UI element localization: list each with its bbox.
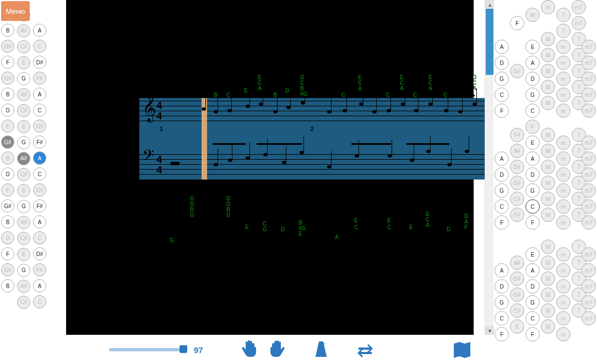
bass-key-M[interactable]: M [541,240,555,254]
bass-key-m7[interactable]: m7 [582,40,596,54]
bass-key-Gsharp[interactable]: G# [510,176,524,190]
bass-key-C[interactable]: C [495,199,509,214]
piano-key-E[interactable]: E [17,56,30,69]
bass-key-m[interactable]: m [556,215,571,230]
bass-key-F[interactable]: F [525,119,540,134]
bass-key-M[interactable]: M [541,192,555,206]
bass-key-M[interactable]: M [541,32,555,46]
piano-key-B[interactable]: B [1,151,14,165]
piano-key-A[interactable]: A [33,279,46,292]
bass-key-m[interactable]: m [541,0,555,14]
bass-key-m[interactable]: m [556,72,571,86]
vertical-scrollbar[interactable]: ▴ ▾ [485,0,493,335]
piano-key-A[interactable]: A [33,151,46,165]
piano-key-Fsharp[interactable]: F# [33,263,46,276]
bass-key-M[interactable]: M [541,128,555,142]
bass-key-F[interactable]: F [525,215,540,230]
piano-key-D[interactable]: D [1,231,14,245]
menu-button[interactable]: Меню [1,1,30,21]
piano-key-G[interactable]: G [17,72,30,85]
bass-key-A[interactable]: A [495,40,509,54]
scroll-up-icon[interactable]: ▴ [485,0,494,9]
bass-key-F[interactable]: F [525,327,540,341]
scroll-down-icon[interactable]: ▾ [485,326,494,335]
piano-key-Csharp[interactable]: C# [17,296,30,309]
bass-key-A[interactable]: A [525,151,540,166]
bass-key-m[interactable]: m [556,151,571,166]
bass-key-M[interactable]: M [541,287,555,302]
piano-key-Dsharp[interactable]: D# [33,247,46,260]
bass-key-m[interactable]: m [556,199,571,214]
bass-key-M[interactable]: M [541,144,555,158]
bass-key-Gsharp[interactable]: G# [510,287,524,302]
bass-key-M[interactable]: M [541,319,555,334]
bass-key-D[interactable]: D [525,72,540,86]
bass-key-E[interactable]: E [525,135,540,150]
bass-key-m[interactable]: m [556,167,571,182]
piano-key-C[interactable]: C [33,104,46,117]
bass-key-F[interactable]: F [510,16,524,30]
piano-key-Gsharp[interactable]: G# [1,135,14,149]
bass-key-m7[interactable]: m7 [582,199,596,214]
right-hand-button[interactable] [267,340,287,360]
piano-key-F[interactable]: F [1,247,14,260]
bass-key-m7[interactable]: m7 [582,279,596,294]
bass-key-m[interactable]: m [556,279,571,294]
bass-key-G[interactable]: G [495,183,509,198]
bass-key-A[interactable]: A [525,56,540,70]
bass-key-m[interactable]: m [556,247,571,262]
piano-key-G[interactable]: G [17,136,30,149]
bass-key-7[interactable]: 7 [556,24,571,38]
piano-key-Fsharp[interactable]: F# [33,199,46,213]
piano-key-B[interactable]: B [1,279,14,292]
bass-key-A[interactable]: A [525,263,540,278]
metronome-button[interactable] [311,340,331,360]
piano-key-Dsharp[interactable]: D# [33,56,46,69]
piano-key-Gsharp[interactable]: G# [1,199,14,213]
zoom-thumb[interactable] [180,345,187,353]
bass-key-m[interactable]: m [556,311,571,325]
bass-key-D[interactable]: D [495,56,509,70]
piano-key-F[interactable]: F [1,119,14,133]
piano-key-Csharp[interactable]: C# [17,232,30,245]
bass-key-m[interactable]: m [556,263,571,278]
bass-key-m[interactable]: m [556,88,571,102]
bass-key-m[interactable]: m [556,183,571,198]
bass-key-m7[interactable]: m7 [582,311,596,325]
piano-key-C[interactable]: C [33,295,46,308]
piano-key-Asharp[interactable]: A# [17,152,30,165]
bass-key-Dsharp[interactable]: D# [510,160,524,174]
piano-key-F[interactable]: F [1,56,14,69]
piano-key-Fsharp[interactable]: F# [33,135,46,149]
left-hand-button[interactable] [240,340,259,360]
bass-key-m7[interactable]: m7 [582,88,596,102]
bass-key-D[interactable]: D [525,279,540,294]
bass-key-C[interactable]: C [525,311,540,325]
bass-key-C[interactable]: C [525,104,540,118]
piano-key-B[interactable]: B [1,24,14,37]
bass-key-Fsharp[interactable]: F# [510,208,524,222]
piano-key-E[interactable]: E [17,184,30,197]
bass-key-m7[interactable]: m7 [582,247,596,262]
bass-key-C[interactable]: C [495,311,509,325]
bass-key-m7[interactable]: m7 [582,167,596,182]
bass-key-G[interactable]: G [495,295,509,309]
piano-key-E[interactable]: E [17,248,30,261]
bass-key-C[interactable]: C [495,88,509,102]
bass-key-m7[interactable]: m7 [582,215,596,230]
bass-key-Dsharp[interactable]: D# [510,271,524,286]
bass-key-M[interactable]: M [541,303,555,318]
piano-key-B[interactable]: B [1,88,14,101]
piano-key-F[interactable]: F [1,183,14,197]
bass-key-Fsharp[interactable]: F# [510,128,524,142]
piano-key-Asharp[interactable]: A# [17,88,30,101]
bass-key-m7[interactable]: m7 [572,0,586,14]
bass-key-E[interactable]: E [525,247,540,262]
bass-key-Gsharp[interactable]: G# [510,64,524,78]
bass-key-m7[interactable]: m7 [582,72,596,86]
bass-key-M[interactable]: M [541,271,555,286]
piano-key-Asharp[interactable]: A# [17,280,30,293]
piano-key-C[interactable]: C [33,231,46,245]
bass-key-F[interactable]: F [495,104,509,118]
map-button[interactable] [452,340,472,360]
